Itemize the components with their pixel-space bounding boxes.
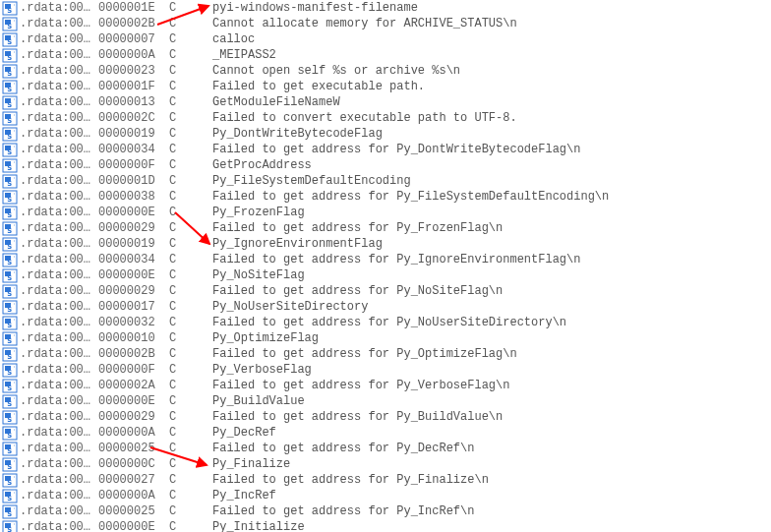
string-cell: Failed to get address for Py_IncRef\n — [212, 504, 771, 518]
table-row[interactable]: s ' .rdata:00…00000025CFailed to get add… — [0, 503, 771, 519]
table-row[interactable]: s ' .rdata:00…00000013CGetModuleFileName… — [0, 94, 771, 110]
string-type-icon: s ' — [0, 237, 20, 252]
string-type-icon: s ' — [0, 426, 20, 441]
type-cell: C — [169, 174, 212, 188]
type-cell: C — [169, 127, 212, 141]
length-cell: 0000000A — [98, 48, 169, 62]
table-row[interactable]: s ' .rdata:00…00000029CFailed to get add… — [0, 409, 771, 425]
length-cell: 0000000E — [98, 520, 169, 532]
section-cell: .rdata:00… — [20, 127, 98, 141]
table-row[interactable]: s ' .rdata:00…0000002ACFailed to get add… — [0, 378, 771, 393]
svg-text:': ' — [13, 223, 16, 229]
svg-text:s: s — [7, 508, 12, 518]
table-row[interactable]: s ' .rdata:00…0000000ACPy_DecRef — [0, 425, 771, 441]
table-row[interactable]: s ' .rdata:00…0000002CCFailed to convert… — [0, 110, 771, 126]
type-cell: C — [169, 143, 212, 156]
type-cell: C — [169, 190, 212, 204]
table-row[interactable]: s ' .rdata:00…00000029CFailed to get add… — [0, 220, 771, 236]
table-row[interactable]: s ' .rdata:00…00000038CFailed to get add… — [0, 189, 771, 205]
string-type-icon: s ' — [0, 158, 20, 173]
table-row[interactable]: s ' .rdata:00…0000002BCFailed to get add… — [0, 346, 771, 362]
table-row[interactable]: s ' .rdata:00…0000000CCPy_Finalize — [0, 456, 771, 472]
section-cell: .rdata:00… — [20, 504, 98, 518]
table-row[interactable]: s ' .rdata:00…0000001FCFailed to get exe… — [0, 79, 771, 94]
table-row[interactable]: s ' .rdata:00…00000034CFailed to get add… — [0, 142, 771, 157]
table-row[interactable]: s ' .rdata:00…00000019CPy_IgnoreEnvironm… — [0, 236, 771, 252]
section-cell: .rdata:00… — [20, 32, 98, 46]
string-type-icon: s ' — [0, 48, 20, 63]
type-cell: C — [169, 284, 212, 298]
section-cell: .rdata:00… — [20, 206, 98, 219]
string-type-icon: s ' — [0, 32, 20, 47]
type-cell: C — [169, 17, 212, 30]
length-cell: 00000034 — [98, 143, 169, 156]
section-cell: .rdata:00… — [20, 410, 98, 424]
type-cell: C — [169, 379, 212, 392]
string-type-icon: s ' — [0, 504, 20, 519]
table-row[interactable]: s ' .rdata:00…00000025CFailed to get add… — [0, 441, 771, 456]
table-row[interactable]: s ' .rdata:00…00000010CPy_OptimizeFlag — [0, 330, 771, 346]
table-row[interactable]: s ' .rdata:00…00000029CFailed to get add… — [0, 283, 771, 299]
section-cell: .rdata:00… — [20, 520, 98, 532]
type-cell: C — [169, 80, 212, 93]
string-cell: Py_FrozenFlag — [212, 206, 771, 219]
table-row[interactable]: s ' .rdata:00…0000000ECPy_FrozenFlag — [0, 205, 771, 220]
table-row[interactable]: s ' .rdata:00…0000000FCPy_VerboseFlag — [0, 362, 771, 378]
type-cell: C — [169, 221, 212, 235]
table-row[interactable]: s ' .rdata:00…0000000ECPy_BuildValue — [0, 393, 771, 409]
svg-text:': ' — [13, 113, 16, 119]
string-type-icon: s ' — [0, 457, 20, 472]
string-type-icon: s ' — [0, 95, 20, 110]
table-row[interactable]: s ' .rdata:00…0000000FCGetProcAddress — [0, 157, 771, 173]
svg-text:': ' — [13, 506, 16, 512]
length-cell: 00000019 — [98, 127, 169, 141]
section-cell: .rdata:00… — [20, 80, 98, 93]
string-cell: Failed to get address for Py_FileSystemD… — [212, 190, 771, 204]
length-cell: 0000000E — [98, 394, 169, 408]
section-cell: .rdata:00… — [20, 158, 98, 172]
table-row[interactable]: s ' .rdata:00…0000000AC_MEIPASS2 — [0, 47, 771, 63]
table-row[interactable]: s ' .rdata:00…0000000ECPy_Initialize — [0, 519, 771, 532]
svg-text:s: s — [7, 304, 12, 314]
svg-text:': ' — [13, 475, 16, 481]
string-cell: Py_DontWriteBytecodeFlag — [212, 127, 771, 141]
type-cell: C — [169, 363, 212, 377]
svg-text:': ' — [13, 428, 16, 434]
string-cell: GetProcAddress — [212, 158, 771, 172]
table-row[interactable]: s ' .rdata:00…00000023CCannot open self … — [0, 63, 771, 79]
table-row[interactable]: s ' .rdata:00…0000000ECPy_NoSiteFlag — [0, 267, 771, 283]
length-cell: 0000000C — [98, 457, 169, 471]
table-row[interactable]: s ' .rdata:00…00000017CPy_NoUserSiteDire… — [0, 299, 771, 315]
table-row[interactable]: s ' .rdata:00…0000002BCCannot allocate m… — [0, 16, 771, 31]
svg-text:s: s — [7, 241, 12, 251]
table-row[interactable]: s ' .rdata:00…0000001DCPy_FileSystemDefa… — [0, 173, 771, 189]
table-row[interactable]: s ' .rdata:00…00000032CFailed to get add… — [0, 315, 771, 330]
string-cell: Py_Initialize — [212, 520, 771, 532]
svg-text:': ' — [13, 160, 16, 166]
table-row[interactable]: s ' .rdata:00…00000019CPy_DontWriteBytec… — [0, 126, 771, 142]
length-cell: 00000025 — [98, 442, 169, 455]
string-cell: Failed to get address for Py_NoUserSiteD… — [212, 316, 771, 329]
string-type-icon: s ' — [0, 143, 20, 157]
table-row[interactable]: s ' .rdata:00…00000034CFailed to get add… — [0, 252, 771, 267]
svg-text:': ' — [13, 239, 16, 245]
svg-text:': ' — [13, 270, 16, 276]
svg-text:': ' — [13, 286, 16, 292]
type-cell: C — [169, 111, 212, 125]
type-cell: C — [169, 1, 212, 15]
string-cell: Failed to get address for Py_NoSiteFlag\… — [212, 284, 771, 298]
svg-text:s: s — [7, 21, 12, 30]
table-row[interactable]: s ' .rdata:00…0000000ACPy_IncRef — [0, 488, 771, 503]
svg-text:s: s — [7, 288, 12, 298]
string-type-icon: s ' — [0, 394, 20, 409]
length-cell: 0000000A — [98, 489, 169, 502]
table-row[interactable]: s ' .rdata:00…00000027CFailed to get add… — [0, 472, 771, 488]
table-row[interactable]: s ' .rdata:00…0000001ECpyi-windows-manif… — [0, 0, 771, 16]
string-type-icon: s ' — [0, 363, 20, 378]
type-cell: C — [169, 504, 212, 518]
length-cell: 00000029 — [98, 410, 169, 424]
string-cell: Failed to get address for Py_DontWriteBy… — [212, 143, 771, 156]
svg-text:': ' — [13, 318, 16, 324]
table-row[interactable]: s ' .rdata:00…00000007Ccalloc — [0, 31, 771, 47]
type-cell: C — [169, 347, 212, 361]
